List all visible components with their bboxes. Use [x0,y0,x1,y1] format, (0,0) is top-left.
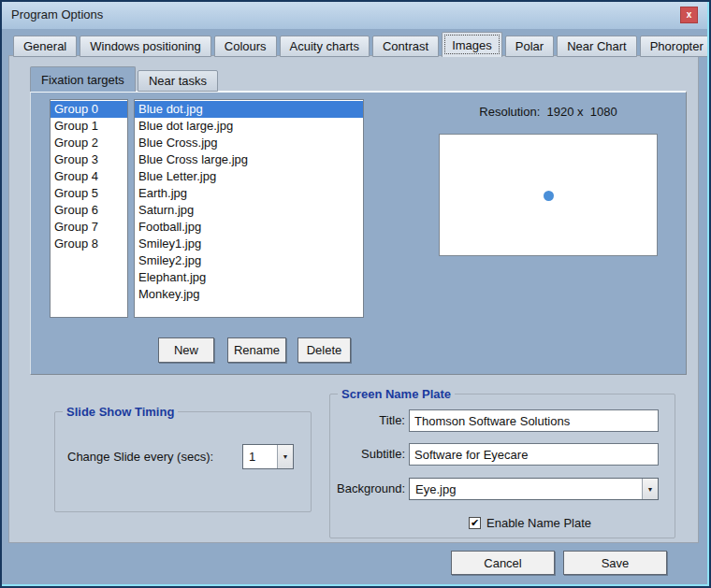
group-item[interactable]: Group 5 [51,185,127,202]
new-button[interactable]: New [158,337,214,363]
rename-button[interactable]: Rename [227,337,286,363]
image-item[interactable]: Blue dot.jpg [135,101,363,118]
screen-name-plate-group: Screen Name Plate Title: Subtitle: Backg… [329,394,675,538]
fixation-targets-page: Group 0Group 1Group 2Group 3Group 4Group… [30,91,687,375]
background-value: Eye.jpg [410,482,642,496]
group-item[interactable]: Group 7 [51,219,127,236]
group-listbox[interactable]: Group 0Group 1Group 2Group 3Group 4Group… [50,99,128,318]
tab[interactable]: Windows positioning [80,36,211,57]
group-item[interactable]: Group 0 [51,101,127,118]
tab[interactable]: Contrast [372,36,439,57]
tab[interactable]: Images [442,32,502,57]
image-item[interactable]: Earth.jpg [135,185,363,202]
change-slide-label: Change Slide every (secs): [67,444,213,469]
title-input[interactable] [409,409,659,432]
group-item[interactable]: Group 2 [51,135,127,151]
group-item[interactable]: Group 1 [51,118,127,135]
slide-show-timing-group: Slide Show Timing Change Slide every (se… [54,411,312,512]
enable-name-plate-row: ✔ Enable Name Plate [469,516,591,529]
chevron-down-icon[interactable]: ▼ [277,445,293,468]
blue-dot [544,191,554,201]
delete-button[interactable]: Delete [297,337,351,363]
slide-interval-value: 1 [243,450,277,464]
image-item[interactable]: Blue Cross.jpg [135,135,363,151]
subtab[interactable]: Near tasks [138,70,218,92]
tab[interactable]: Near Chart [557,36,637,57]
image-item[interactable]: Saturn.jpg [135,202,363,219]
title-label: Title: [332,409,405,432]
group-item[interactable]: Group 6 [51,202,127,219]
subtitle-label: Subtitle: [332,443,405,466]
subtab[interactable]: Fixation targets [30,66,136,92]
program-options-window: Program Options x GeneralWindows positio… [0,0,711,588]
background-combo[interactable]: Eye.jpg ▼ [409,478,659,500]
image-item[interactable]: Smiley2.jpg [135,252,363,269]
slide-show-timing-title: Slide Show Timing [63,405,178,419]
tab[interactable]: Phoropter [640,36,711,57]
tab[interactable]: Colours [214,36,277,57]
image-item[interactable]: Smiley1.jpg [135,236,363,252]
tab[interactable]: Polar [505,36,554,57]
enable-name-plate-label: Enable Name Plate [486,516,591,530]
save-button[interactable]: Save [563,551,667,575]
screen-name-plate-title: Screen Name Plate [338,387,455,401]
sub-tabstrip: Fixation targetsNear tasks [30,66,220,92]
image-listbox[interactable]: Blue dot.jpgBlue dot large.jpgBlue Cross… [134,99,364,318]
slide-interval-combo[interactable]: 1 ▼ [242,444,294,469]
tab[interactable]: General [13,36,77,57]
window-title: Program Options [11,7,103,22]
chevron-down-icon[interactable]: ▼ [642,479,658,499]
resolution-label: Resolution: 1920 x 1080 [439,105,658,119]
image-item[interactable]: Blue Letter.jpg [135,168,363,185]
images-tab-page: Fixation targetsNear tasks Group 0Group … [8,55,699,543]
titlebar: Program Options x [2,2,709,29]
check-icon: ✔ [471,518,479,528]
group-item[interactable]: Group 3 [51,151,127,168]
close-button[interactable]: x [680,7,698,23]
subtitle-input[interactable] [409,443,659,466]
main-tabstrip: GeneralWindows positioningColoursAcuity … [13,32,711,57]
preview-box [439,134,658,256]
group-item[interactable]: Group 4 [51,168,127,185]
image-item[interactable]: Elephant.jpg [135,269,363,286]
enable-name-plate-checkbox[interactable]: ✔ [469,517,481,529]
image-item[interactable]: Blue Cross large.jpg [135,151,363,168]
image-item[interactable]: Monkey.jpg [135,286,363,303]
tab[interactable]: Acuity charts [280,36,370,57]
image-item[interactable]: Blue dot large.jpg [135,118,363,135]
group-item[interactable]: Group 8 [51,236,127,252]
image-item[interactable]: Football.jpg [135,219,363,236]
cancel-button[interactable]: Cancel [451,551,555,575]
background-label: Background: [332,478,405,500]
